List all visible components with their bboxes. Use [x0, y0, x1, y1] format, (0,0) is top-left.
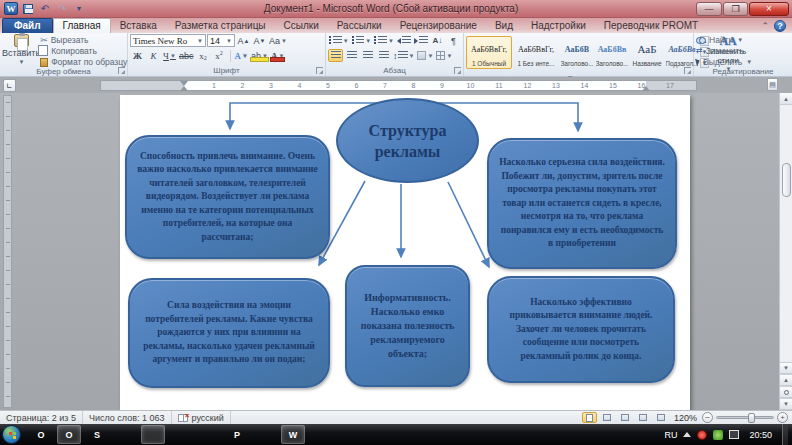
borders-button[interactable]: ▼: [435, 49, 453, 62]
diagram-box-impact-strength[interactable]: Насколько серьезна сила воздействия. Поб…: [487, 138, 677, 269]
show-desktop-button[interactable]: [782, 424, 788, 445]
redo-button[interactable]: ↷: [55, 2, 69, 15]
taskbar-word-icon[interactable]: W: [281, 425, 305, 444]
text-effects-button[interactable]: А▼: [234, 49, 249, 62]
multilevel-list-button[interactable]: ▼: [373, 34, 395, 47]
taskbar-red-o-icon[interactable]: O: [57, 425, 81, 444]
styles-dialog-launcher-icon[interactable]: [684, 67, 691, 74]
tab-file[interactable]: Файл: [2, 18, 53, 33]
scroll-down-icon[interactable]: ▼: [780, 362, 792, 374]
next-page-icon[interactable]: ▼: [780, 398, 792, 410]
tab-promt[interactable]: Переводчик PROMT: [595, 19, 707, 33]
minimize-ribbon-icon[interactable]: ⌃: [761, 21, 769, 31]
font-color-button[interactable]: А▼: [270, 49, 285, 62]
web-layout-view-button[interactable]: [618, 412, 633, 423]
tab-home[interactable]: Главная: [53, 18, 111, 33]
zoom-level[interactable]: 120%: [674, 413, 697, 423]
qat-dropdown-icon[interactable]: ▼: [72, 2, 86, 15]
select-button[interactable]: Выделить▼: [696, 57, 752, 67]
diagram-box-attention-hold[interactable]: Насколько эффективно приковывается внима…: [487, 276, 675, 383]
taskbar-explorer-icon[interactable]: [113, 425, 137, 444]
ruler-toggle-button[interactable]: ▤: [767, 78, 778, 91]
word-logo-icon[interactable]: W: [4, 2, 18, 15]
tray-expand-icon[interactable]: [683, 432, 691, 437]
zoom-slider[interactable]: [716, 416, 774, 419]
hanging-indent-marker[interactable]: [180, 86, 188, 91]
maximize-button[interactable]: ❒: [723, 2, 748, 16]
document-page[interactable]: Структура рекламы Способность привлечь в…: [120, 95, 690, 410]
zoom-in-button[interactable]: +: [777, 412, 788, 423]
line-spacing-button[interactable]: ↕▼: [392, 49, 415, 62]
outline-view-button[interactable]: [636, 412, 651, 423]
style-heading2[interactable]: АаБбВв Заголово...: [595, 36, 629, 69]
style-title[interactable]: АаБ Название: [630, 36, 664, 69]
taskbar-p-app-icon[interactable]: P: [225, 425, 249, 444]
decrease-indent-button[interactable]: [396, 34, 412, 47]
copy-button[interactable]: Копировать: [40, 46, 127, 56]
bullets-button[interactable]: ▼: [328, 34, 350, 47]
vertical-ruler[interactable]: [3, 95, 12, 408]
justify-button[interactable]: [376, 49, 391, 62]
page-indicator[interactable]: Страница: 2 из 5: [0, 411, 83, 424]
style-heading1[interactable]: АаБбВ Заголово...: [560, 36, 594, 69]
highlight-color-button[interactable]: ab▼: [250, 49, 269, 62]
show-marks-button[interactable]: ¶: [446, 34, 461, 47]
taskbar-green-app-icon[interactable]: [141, 425, 165, 444]
select-browse-object-icon[interactable]: [780, 386, 792, 398]
print-layout-view-button[interactable]: [582, 412, 597, 423]
font-dialog-launcher-icon[interactable]: [316, 67, 323, 74]
tab-review[interactable]: Рецензирование: [391, 19, 486, 33]
draft-view-button[interactable]: [654, 412, 669, 423]
sort-button[interactable]: А↓: [430, 34, 445, 47]
tab-mailings[interactable]: Рассылки: [328, 19, 391, 33]
tab-addins[interactable]: Надстройки: [522, 19, 595, 33]
italic-button[interactable]: К: [146, 49, 161, 62]
diagram-box-emotions[interactable]: Сила воздействия на эмоции потребителей …: [128, 278, 330, 388]
zoom-slider-thumb[interactable]: [748, 413, 755, 423]
clipboard-dialog-launcher-icon[interactable]: [118, 67, 125, 74]
tab-page-layout[interactable]: Разметка страницы: [166, 19, 275, 33]
cut-button[interactable]: ✂Вырезать: [40, 35, 127, 45]
scroll-thumb[interactable]: [782, 163, 791, 197]
increase-indent-button[interactable]: [413, 34, 429, 47]
style-normal[interactable]: АаБбВвГг, 1 Обычный: [466, 36, 512, 69]
taskbar-yellow-app-icon[interactable]: [197, 425, 221, 444]
tray-green-icon[interactable]: [713, 430, 723, 440]
font-name-select[interactable]: Times New Ro▼: [130, 34, 206, 47]
find-button[interactable]: Найти▼: [696, 35, 752, 45]
bold-button[interactable]: Ж: [130, 49, 145, 62]
superscript-button[interactable]: x2: [212, 49, 227, 62]
close-button[interactable]: ×: [749, 2, 789, 16]
help-icon[interactable]: ?: [774, 20, 786, 32]
tray-language[interactable]: RU: [664, 430, 677, 440]
vertical-scrollbar[interactable]: ▲ ▼ ▲ ▼: [779, 93, 792, 410]
scroll-up-icon[interactable]: ▲: [780, 93, 792, 105]
shading-button[interactable]: ▼: [416, 49, 434, 62]
zoom-out-button[interactable]: −: [702, 412, 713, 423]
paste-button[interactable]: Вставить ▼: [2, 34, 40, 65]
align-center-button[interactable]: [344, 49, 359, 62]
underline-button[interactable]: Ч▼: [162, 49, 177, 62]
diagram-center-ellipse[interactable]: Структура рекламы: [336, 98, 479, 183]
undo-button[interactable]: ↶: [38, 2, 52, 15]
tab-selector-button[interactable]: ∟: [3, 79, 16, 92]
change-case-button[interactable]: Aa▼: [268, 34, 288, 47]
diagram-box-attention[interactable]: Способность привлечь внимание. Очень важ…: [125, 135, 330, 259]
tab-view[interactable]: Вид: [486, 19, 522, 33]
minimize-button[interactable]: —: [696, 2, 722, 16]
clock[interactable]: 20:50: [745, 430, 776, 440]
font-size-select[interactable]: 14▼: [207, 34, 235, 47]
align-right-button[interactable]: [360, 49, 375, 62]
fullscreen-view-button[interactable]: [600, 412, 615, 423]
strikethrough-button[interactable]: abc: [178, 49, 195, 62]
save-button[interactable]: [21, 2, 35, 15]
diagram-box-informativeness[interactable]: Информативность. Насколько емко показана…: [345, 265, 470, 387]
taskbar-chrome-icon[interactable]: [253, 425, 277, 444]
taskbar-orange-app-icon[interactable]: [169, 425, 193, 444]
shrink-font-button[interactable]: А▼: [252, 34, 267, 47]
style-no-spacing[interactable]: АаБбВвГг, 1 Без инте...: [513, 36, 559, 69]
replace-button[interactable]: ⇄Заменить: [696, 46, 752, 56]
numbering-button[interactable]: ▼: [351, 34, 373, 47]
format-painter-button[interactable]: Формат по образцу: [40, 57, 127, 67]
word-count[interactable]: Число слов: 1 063: [83, 411, 172, 424]
